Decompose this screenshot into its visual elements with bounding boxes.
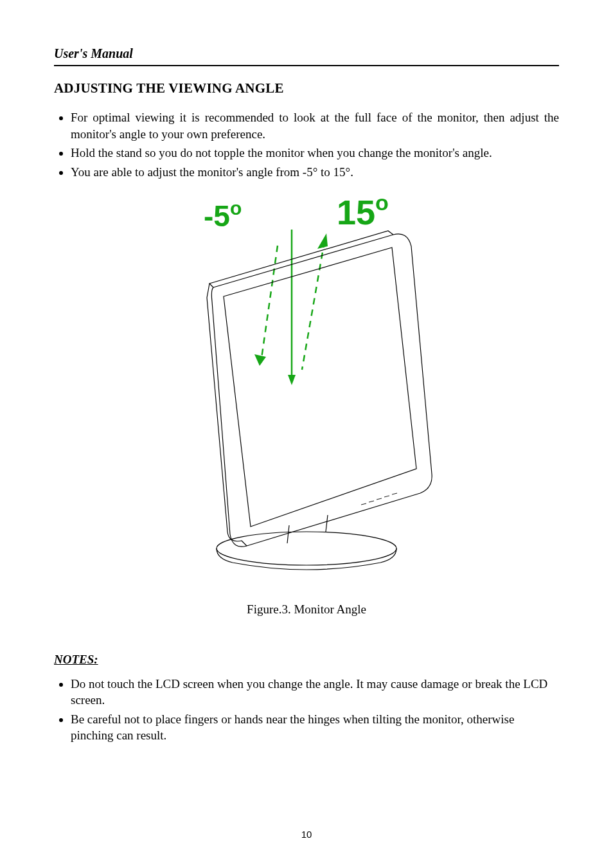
header-rule [54, 65, 559, 66]
list-item: For optimal viewing it is recommended to… [71, 109, 559, 142]
angle-back-label: -5o [204, 197, 242, 233]
svg-marker-1 [288, 375, 296, 385]
running-header: User's Manual [54, 46, 559, 64]
svg-marker-3 [254, 354, 266, 366]
figure-monitor-angle: -5o 15o [54, 191, 559, 617]
notes-list: Do not touch the LCD screen when you cha… [54, 676, 559, 745]
svg-line-6 [361, 503, 366, 505]
instructions-list: For optimal viewing it is recommended to… [54, 109, 559, 181]
list-item: Be careful not to place fingers or hands… [71, 711, 559, 744]
monitor-outline [207, 231, 432, 570]
svg-marker-5 [317, 233, 328, 249]
figure-caption-prefix: Figure.3. [247, 602, 291, 616]
figure-caption: Figure.3. Monitor Angle [54, 602, 559, 617]
list-item: You are able to adjust the monitor's ang… [71, 164, 559, 181]
angle-forward-label: 15o [337, 191, 389, 231]
angle-guides [254, 230, 328, 385]
svg-line-2 [262, 246, 278, 358]
svg-line-8 [377, 498, 382, 500]
svg-line-9 [384, 496, 389, 497]
section-title: ADJUSTING THE VIEWING ANGLE [54, 80, 559, 96]
document-page: User's Manual ADJUSTING THE VIEWING ANGL… [0, 0, 613, 868]
figure-caption-text: Monitor Angle [291, 602, 366, 616]
svg-line-7 [369, 501, 374, 502]
list-item: Hold the stand so you do not topple the … [71, 145, 559, 161]
page-number: 10 [0, 829, 613, 840]
svg-point-11 [217, 532, 396, 565]
list-item: Do not touch the LCD screen when you cha… [71, 676, 559, 709]
svg-line-10 [392, 493, 397, 494]
notes-heading: NOTES: [54, 653, 559, 667]
monitor-angle-illustration: -5o 15o [168, 191, 445, 570]
